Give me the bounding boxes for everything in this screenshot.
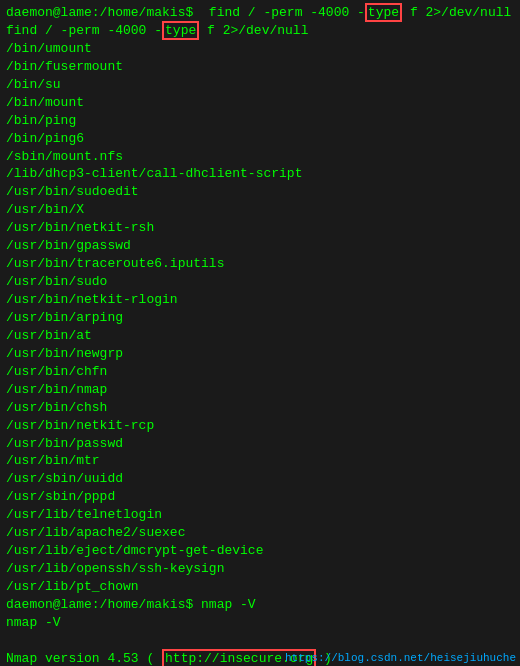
line-23: /usr/bin/chsh (6, 399, 514, 417)
line-4: /bin/fusermount (6, 58, 514, 76)
line-18: /usr/bin/arping (6, 309, 514, 327)
line-33: /usr/lib/pt_chown (6, 578, 514, 596)
line-10: /lib/dhcp3-client/call-dhclient-script (6, 165, 514, 183)
line-36 (6, 632, 514, 650)
line-17: /usr/bin/netkit-rlogin (6, 291, 514, 309)
line-19: /usr/bin/at (6, 327, 514, 345)
watermark: https://blog.csdn.net/heisejiuhuche (285, 652, 516, 664)
line-35: nmap -V (6, 614, 514, 632)
line-30: /usr/lib/apache2/suexec (6, 524, 514, 542)
line-34: daemon@lame:/home/makis$ nmap -V (6, 596, 514, 614)
line-26: /usr/bin/mtr (6, 452, 514, 470)
line-16: /usr/bin/sudo (6, 273, 514, 291)
terminal: daemon@lame:/home/makis$ find / -perm -4… (0, 0, 520, 666)
line-7: /bin/ping (6, 112, 514, 130)
line-24: /usr/bin/netkit-rcp (6, 417, 514, 435)
line-13: /usr/bin/netkit-rsh (6, 219, 514, 237)
line-20: /usr/bin/newgrp (6, 345, 514, 363)
line-9: /sbin/mount.nfs (6, 148, 514, 166)
line-2: find / -perm -4000 -type f 2>/dev/null (6, 22, 514, 40)
line-32: /usr/lib/openssh/ssh-keysign (6, 560, 514, 578)
line-27: /usr/sbin/uuidd (6, 470, 514, 488)
line-31: /usr/lib/eject/dmcrypt-get-device (6, 542, 514, 560)
line-14: /usr/bin/gpasswd (6, 237, 514, 255)
line-28: /usr/sbin/pppd (6, 488, 514, 506)
line-6: /bin/mount (6, 94, 514, 112)
line-15: /usr/bin/traceroute6.iputils (6, 255, 514, 273)
line-8: /bin/ping6 (6, 130, 514, 148)
line-29: /usr/lib/telnetlogin (6, 506, 514, 524)
line-3: /bin/umount (6, 40, 514, 58)
line-1: daemon@lame:/home/makis$ find / -perm -4… (6, 4, 514, 22)
line-11: /usr/bin/sudoedit (6, 183, 514, 201)
line-22: /usr/bin/nmap (6, 381, 514, 399)
line-12: /usr/bin/X (6, 201, 514, 219)
line-21: /usr/bin/chfn (6, 363, 514, 381)
line-25: /usr/bin/passwd (6, 435, 514, 453)
line-5: /bin/su (6, 76, 514, 94)
